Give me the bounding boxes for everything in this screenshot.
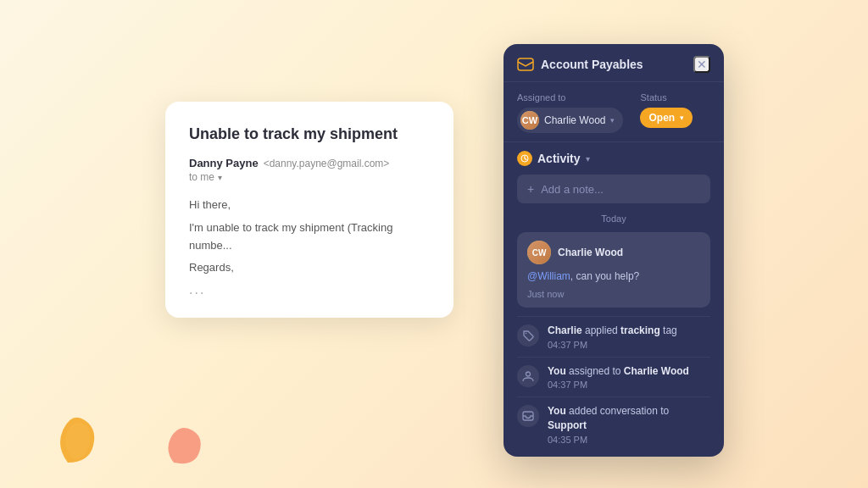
log-item: You assigned to Charlie Wood 04:37 PM	[517, 357, 710, 397]
svg-rect-0	[518, 58, 533, 70]
log-content: Charlie applied tracking tag 04:37 PM	[548, 324, 677, 350]
svg-point-3	[526, 372, 531, 376]
comment-body: @William, can you help?	[527, 269, 700, 284]
assignee-button[interactable]: CW Charlie Wood ▾	[517, 108, 623, 133]
close-button[interactable]: ✕	[693, 56, 710, 73]
log-text: You assigned to Charlie Wood	[548, 364, 689, 379]
today-divider: Today	[517, 214, 710, 224]
panel-title: Account Payables	[541, 58, 643, 71]
log-time: 04:37 PM	[548, 340, 677, 350]
email-title: Unable to track my shipment	[189, 125, 430, 143]
assignee-avatar: CW	[520, 111, 539, 130]
inbox-log-icon-wrap	[517, 405, 539, 427]
add-note-button[interactable]: + Add a note...	[517, 175, 710, 203]
assignee-name: Charlie Wood	[544, 114, 605, 126]
email-body: Hi there, I'm unable to track my shipmen…	[189, 197, 430, 277]
status-chevron-icon: ▾	[680, 114, 684, 122]
tag-icon-wrap	[517, 324, 539, 347]
comment-author: Charlie Wood	[558, 247, 623, 258]
body-line3: Regards,	[189, 259, 430, 277]
mention-text: @William	[527, 270, 570, 282]
status-label: Status	[640, 92, 693, 103]
comment-header: CW Charlie Wood	[527, 241, 700, 264]
blob-bottom-center	[165, 420, 212, 475]
panel-header-left: Account Payables	[517, 58, 643, 71]
sender-email: <danny.payne@gmail.com>	[264, 158, 390, 169]
panel-header: Account Payables ✕	[504, 44, 724, 82]
body-line1: Hi there,	[189, 197, 430, 214]
log-text: Charlie applied tracking tag	[548, 324, 677, 338]
status-value: Open	[648, 112, 675, 124]
sender-name: Danny Payne	[189, 157, 259, 169]
assignee-chevron-icon: ▾	[610, 116, 615, 125]
activity-header: Activity ▾	[517, 151, 710, 166]
add-note-text: Add a note...	[541, 183, 604, 196]
add-note-plus-icon: +	[527, 182, 534, 196]
comment-avatar: CW	[527, 241, 551, 264]
body-line2: I'm unable to track my shipment (Trackin…	[189, 219, 430, 255]
assigned-group: Assigned to CW Charlie Wood ▾	[517, 92, 623, 133]
log-time: 04:35 PM	[548, 435, 710, 445]
email-card: Unable to track my shipment Danny Payne …	[165, 102, 453, 318]
activity-section: Activity ▾ + Add a note... Today CW Char…	[504, 142, 724, 457]
comment-time: Just now	[527, 289, 700, 299]
comment-card: CW Charlie Wood @William, can you help? …	[517, 232, 710, 308]
more-button[interactable]: ···	[189, 286, 430, 301]
main-panel: Account Payables ✕ Assigned to CW Charli…	[504, 44, 724, 457]
activity-icon	[517, 151, 532, 166]
log-item: Charlie applied tracking tag 04:37 PM	[517, 316, 710, 357]
assigned-label: Assigned to	[517, 92, 623, 103]
status-button[interactable]: Open ▾	[640, 108, 693, 128]
to-dropdown-arrow[interactable]: ▾	[218, 173, 222, 182]
svg-point-2	[526, 332, 527, 334]
inbox-icon	[517, 58, 534, 71]
log-content: You added conversation to Support 04:35 …	[548, 404, 710, 445]
activity-chevron-icon[interactable]: ▾	[586, 154, 590, 164]
status-group: Status Open ▾	[640, 92, 693, 128]
person-icon-wrap	[517, 365, 539, 387]
log-text: You added conversation to Support	[548, 404, 710, 433]
log-time: 04:37 PM	[548, 380, 689, 390]
log-content: You assigned to Charlie Wood 04:37 PM	[548, 364, 689, 391]
blob-bottom-left	[51, 395, 110, 471]
log-item: You added conversation to Support 04:35 …	[517, 396, 710, 452]
comment-text: , can you help?	[570, 270, 639, 282]
to-label: to me	[189, 171, 214, 183]
meta-row: Assigned to CW Charlie Wood ▾ Status Ope…	[504, 82, 724, 142]
activity-log-list: Charlie applied tracking tag 04:37 PM Yo…	[517, 316, 710, 452]
activity-title: Activity	[537, 152, 581, 165]
